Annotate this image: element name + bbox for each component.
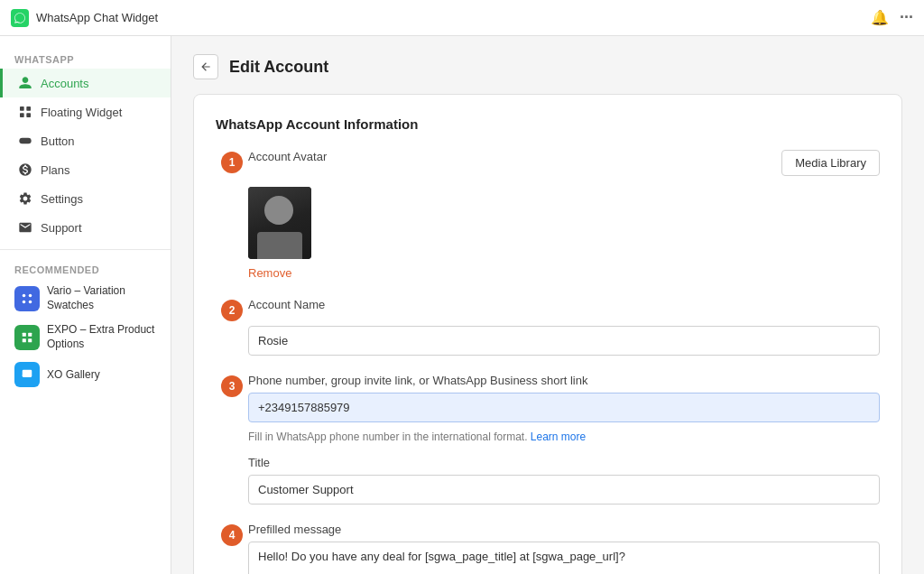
avatar-label: Account Avatar [248, 150, 327, 163]
svg-point-5 [23, 293, 26, 297]
step-1-content: Account Avatar Media Library Remove [248, 150, 880, 280]
vario-label: Vario – Variation Swatches [47, 284, 156, 312]
app-title: WhatsApp Chat Widget [36, 11, 158, 24]
avatar-head [264, 196, 293, 225]
prefilled-message-textarea[interactable] [248, 542, 880, 574]
page-title: Edit Account [229, 58, 328, 77]
whatsapp-section-label: WHATSAPP [0, 47, 171, 69]
learn-more-link[interactable]: Learn more [531, 430, 586, 443]
settings-icon [17, 190, 33, 207]
svg-point-7 [23, 300, 26, 303]
step-4-content: Prefilled message Use [sgwa_page_title] … [248, 523, 880, 574]
step-4-row: 4 Prefilled message Use [sgwa_page_title… [216, 523, 880, 574]
svg-rect-9 [23, 333, 26, 337]
svg-rect-0 [20, 106, 24, 111]
top-bar: WhatsApp Chat Widget 🔔 ··· [0, 0, 924, 36]
settings-label: Settings [41, 192, 83, 206]
step-3-badge: 3 [221, 375, 243, 397]
button-icon [17, 133, 33, 149]
avatar-image [248, 187, 311, 259]
step-2-num: 2 [216, 298, 248, 356]
prefilled-label: Prefilled message [248, 523, 880, 536]
sidebar-item-button[interactable]: Button [0, 126, 171, 155]
sidebar-item-settings[interactable]: Settings [0, 184, 171, 213]
avatar-body [257, 232, 302, 259]
plans-label: Plans [41, 163, 70, 177]
expo-icon [14, 325, 40, 350]
phone-hint: Fill in WhatsApp phone number in the int… [248, 430, 880, 443]
svg-rect-10 [28, 333, 32, 337]
svg-rect-4 [19, 138, 31, 144]
step-3-row: 3 Phone number, group invite link, or Wh… [216, 374, 880, 505]
sidebar-item-vario[interactable]: Vario – Variation Swatches [0, 279, 171, 318]
phone-label: Phone number, group invite link, or What… [248, 374, 880, 387]
accounts-icon [17, 75, 33, 91]
button-label: Button [41, 134, 75, 148]
svg-rect-11 [23, 338, 26, 342]
sidebar-item-xo-gallery[interactable]: XO Gallery [0, 356, 171, 393]
account-name-input[interactable] [248, 326, 880, 356]
svg-point-6 [29, 293, 32, 297]
expo-label: EXPO – Extra Product Options [47, 323, 156, 351]
sidebar-item-floating-widget[interactable]: Floating Widget [0, 97, 171, 126]
card-title: WhatsApp Account Information [216, 116, 880, 132]
sidebar: WHATSAPP Accounts Floating Widget Button… [0, 36, 171, 574]
accounts-label: Accounts [41, 77, 88, 90]
remove-avatar-link[interactable]: Remove [248, 266, 291, 280]
vario-icon [14, 286, 40, 311]
svg-rect-1 [26, 106, 31, 111]
support-label: Support [41, 221, 82, 235]
app-branding: WhatsApp Chat Widget [11, 9, 158, 27]
floating-widget-label: Floating Widget [41, 106, 122, 119]
media-library-button[interactable]: Media Library [781, 150, 880, 176]
app-logo [11, 9, 29, 27]
account-name-label: Account Name [248, 298, 880, 311]
xo-gallery-label: XO Gallery [47, 368, 100, 383]
sidebar-item-accounts[interactable]: Accounts [0, 69, 171, 97]
sidebar-item-support[interactable]: Support [0, 213, 171, 242]
edit-account-card: WhatsApp Account Information 1 Account A… [193, 94, 902, 574]
step-3-num: 3 [216, 374, 248, 505]
sidebar-item-plans[interactable]: Plans [0, 155, 171, 184]
sidebar-item-expo[interactable]: EXPO – Extra Product Options [0, 318, 171, 356]
support-icon [17, 219, 33, 236]
top-bar-actions: 🔔 ··· [871, 8, 913, 27]
page-header: Edit Account [193, 54, 902, 79]
phone-input[interactable] [248, 393, 880, 422]
xo-gallery-icon [14, 362, 40, 387]
step-2-content: Account Name [248, 298, 880, 356]
svg-rect-12 [28, 338, 32, 342]
step-4-num: 4 [216, 523, 248, 574]
more-options-icon[interactable]: ··· [900, 8, 913, 27]
title-input[interactable] [248, 475, 880, 505]
step-1-num: 1 [216, 150, 248, 280]
svg-rect-2 [20, 113, 24, 117]
sidebar-divider [0, 249, 171, 250]
back-button[interactable] [193, 54, 218, 79]
step-1-row: 1 Account Avatar Media Library Re [216, 150, 880, 280]
step-2-row: 2 Account Name [216, 298, 880, 356]
bell-icon[interactable]: 🔔 [871, 9, 889, 26]
svg-point-8 [29, 300, 32, 303]
main-content: Edit Account WhatsApp Account Informatio… [171, 36, 924, 574]
recommended-section-label: RECOMMENDED [0, 257, 171, 279]
step-2-badge: 2 [221, 300, 243, 321]
step-4-badge: 4 [221, 524, 243, 546]
avatar-row: Account Avatar Media Library [248, 150, 880, 176]
layout: WHATSAPP Accounts Floating Widget Button… [0, 36, 924, 574]
title-field-label: Title [248, 456, 880, 469]
step-3-content: Phone number, group invite link, or What… [248, 374, 880, 505]
step-1-badge: 1 [221, 152, 243, 173]
svg-rect-3 [26, 113, 31, 117]
plans-icon [17, 162, 33, 178]
floating-widget-icon [17, 104, 33, 120]
avatar-preview [248, 187, 311, 259]
